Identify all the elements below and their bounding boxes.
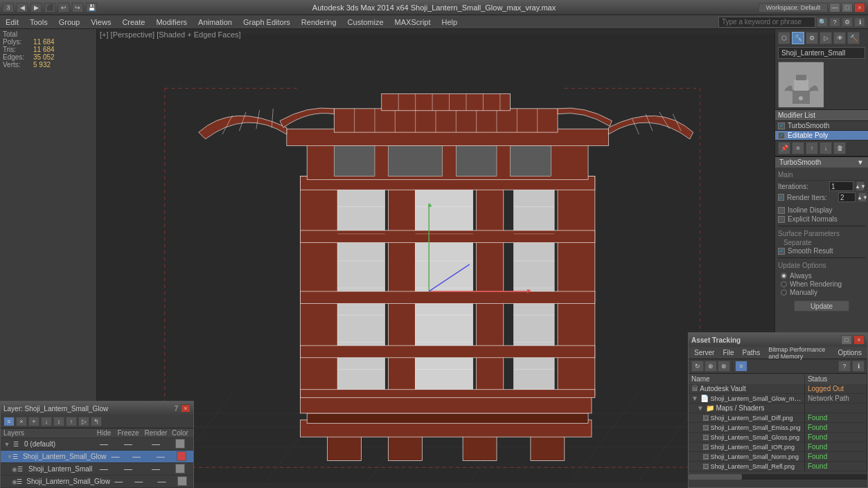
delete-modifier-icon[interactable]: 🗑: [833, 142, 846, 154]
pin-icon[interactable]: 📌: [778, 142, 790, 154]
nav-forward[interactable]: ▶: [30, 3, 42, 12]
layer-1-freeze[interactable]: —: [125, 452, 149, 462]
modifier-config-icon[interactable]: ≡: [792, 142, 804, 154]
layer-3-color[interactable]: [173, 476, 191, 487]
asset-menu-options[interactable]: Options: [834, 349, 866, 356]
search-icon[interactable]: 🔍: [817, 17, 828, 27]
asset-table-container[interactable]: Name Status 🏛 Autodesk Vault Logged Out …: [689, 374, 867, 474]
layer-0-hide[interactable]: —: [94, 440, 114, 449]
layer-row-3[interactable]: ◉ ☰ Shoji_Lantern_Small_Glow — — —: [1, 476, 193, 488]
manually-radio[interactable]: [781, 289, 787, 296]
layer-3-hide[interactable]: —: [110, 477, 127, 487]
layer-1-color[interactable]: [172, 451, 191, 462]
menu-edit[interactable]: Edit: [0, 17, 24, 28]
motion-mode-icon[interactable]: ▷: [820, 32, 832, 44]
asset-row-main[interactable]: ▼ 📄 Shoji_Lantern_Small_Glow_max_vray.ma…: [689, 394, 867, 404]
menu-help[interactable]: Help: [436, 17, 463, 28]
layer-2-freeze[interactable]: —: [114, 464, 142, 474]
layer-down-icon[interactable]: ↓: [41, 417, 52, 426]
layer-2-color[interactable]: [170, 464, 191, 475]
smooth-result-checkbox[interactable]: ✓: [778, 248, 785, 255]
layer-row-2[interactable]: ◉ ☰ Shoji_Lantern_Small — — —: [1, 463, 193, 476]
menu-create[interactable]: Create: [116, 17, 150, 28]
asset-row-norm[interactable]: 🖼 Shoji_Lantern_Small_Norm.png Found: [689, 452, 867, 462]
iterations-spinner[interactable]: ▲▼: [856, 181, 865, 191]
layer-up-icon[interactable]: ↑: [66, 417, 77, 426]
asset-row-emiss[interactable]: 🖼 Shoji_Lantern_Small_Emiss.png Found: [689, 423, 867, 433]
menu-maxscript[interactable]: MAXScript: [389, 17, 436, 28]
asset-close-button[interactable]: ×: [853, 335, 865, 345]
update-button[interactable]: Update: [794, 300, 849, 311]
asset-list-icon[interactable]: ≡: [735, 361, 747, 372]
layer-add-icon[interactable]: +: [28, 417, 39, 426]
layer-select-icon[interactable]: ↰: [91, 417, 102, 426]
hierarchy-mode-icon[interactable]: ⚙: [806, 32, 818, 44]
menu-animation[interactable]: Animation: [193, 17, 238, 28]
info-icon[interactable]: ℹ: [854, 17, 865, 27]
asset-add-icon[interactable]: ⊕: [705, 361, 717, 372]
render-iters-checkbox[interactable]: ✓: [778, 194, 784, 201]
menu-group[interactable]: Group: [53, 17, 86, 28]
asset-row-gloss[interactable]: 🖼 Shoji_Lantern_Small_Gloss.png Found: [689, 433, 867, 442]
create-mode-icon[interactable]: ⬡: [778, 32, 790, 44]
layer-list-icon[interactable]: ≡: [3, 417, 15, 426]
render-iters-input[interactable]: [838, 192, 856, 202]
menu-modifiers[interactable]: Modifiers: [150, 17, 193, 28]
layer-2-render[interactable]: —: [142, 464, 170, 474]
close-button[interactable]: ×: [854, 3, 865, 12]
layer-0-color[interactable]: [170, 439, 191, 450]
always-radio-row[interactable]: Always: [781, 272, 862, 280]
modify-mode-icon[interactable]: 🔧: [792, 32, 804, 44]
asset-menu-paths[interactable]: Paths: [738, 349, 765, 356]
isoline-checkbox[interactable]: [778, 207, 785, 214]
layers-close-button[interactable]: ×: [181, 404, 191, 413]
asset-help-icon[interactable]: ?: [838, 361, 851, 372]
when-rendering-radio[interactable]: [781, 281, 787, 287]
save-icon[interactable]: 💾: [86, 3, 97, 12]
asset-menu-file[interactable]: File: [718, 349, 738, 356]
minimize-button[interactable]: —: [829, 3, 840, 12]
manually-radio-row[interactable]: Manually: [781, 289, 862, 296]
settings-icon[interactable]: ⚙: [842, 17, 853, 27]
maximize-button[interactable]: □: [842, 3, 853, 12]
render-iters-spinner[interactable]: ▲▼: [858, 192, 867, 202]
utilities-mode-icon[interactable]: 🔨: [847, 32, 860, 44]
menu-graph-editors[interactable]: Graph Editors: [238, 17, 296, 28]
layer-3-render[interactable]: —: [150, 477, 173, 487]
home-icon[interactable]: ⬛: [44, 3, 55, 12]
layer-row-1[interactable]: ▼ ☰ Shoji_Lantern_Small_Glow — — —: [1, 451, 193, 463]
turbosmooth-checkbox[interactable]: ✓: [778, 123, 785, 129]
nav-back[interactable]: ◀: [17, 3, 28, 12]
layer-1-hide[interactable]: —: [107, 452, 125, 462]
asset-remove-icon[interactable]: ⊗: [718, 361, 730, 372]
asset-row-vault[interactable]: 🏛 Autodesk Vault Logged Out: [689, 384, 867, 394]
move-up-icon[interactable]: ↑: [806, 142, 818, 154]
undo-icon[interactable]: ↩: [58, 3, 69, 12]
iterations-input[interactable]: [829, 181, 853, 191]
modifier-turbosmooth[interactable]: ✓ TurboSmooth: [775, 121, 868, 131]
asset-menu-server[interactable]: Server: [690, 349, 718, 356]
move-down-icon[interactable]: ↓: [820, 142, 832, 154]
layer-play-icon[interactable]: ▷: [78, 417, 89, 426]
modifier-editable-poly[interactable]: ✓ Editable Poly: [775, 131, 868, 141]
asset-row-ior[interactable]: 🖼 Shoji_Lantern_Small_IOR.png Found: [689, 442, 867, 452]
explicit-normals-checkbox[interactable]: [778, 216, 785, 223]
asset-scrollbar[interactable]: [689, 474, 867, 480]
layer-sort-icon[interactable]: ↕: [53, 417, 64, 426]
when-rendering-radio-row[interactable]: When Rendering: [781, 280, 862, 288]
editable-poly-checkbox[interactable]: ✓: [778, 132, 785, 139]
redo-icon[interactable]: ↪: [72, 3, 83, 12]
menu-views[interactable]: Views: [85, 17, 116, 28]
asset-row-diff[interactable]: 🖼 Shoji_Lantern_Small_Diff.png Found: [689, 413, 867, 423]
viewport-area[interactable]: [+] [Perspective] [Shaded + Edged Faces]: [97, 29, 774, 488]
workspace-dropdown[interactable]: Workspace: Default: [759, 3, 828, 12]
asset-info-icon[interactable]: ℹ: [852, 361, 865, 372]
layer-0-render[interactable]: —: [142, 440, 170, 449]
layer-3-freeze[interactable]: —: [127, 477, 150, 487]
asset-row-maps[interactable]: ▼ 📁 Maps / Shaders: [689, 404, 867, 413]
layer-1-render[interactable]: —: [148, 452, 172, 462]
asset-maximize-button[interactable]: □: [841, 335, 852, 345]
always-radio[interactable]: [781, 273, 787, 279]
asset-refresh-icon[interactable]: ↻: [691, 361, 704, 372]
asset-menu-bitmap[interactable]: Bitmap Performance and Memory: [764, 346, 833, 360]
